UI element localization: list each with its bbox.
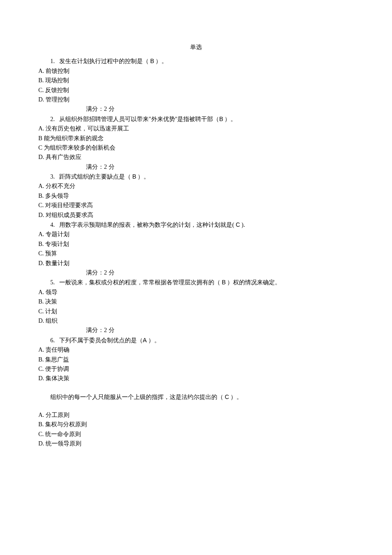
- answer: C: [236, 221, 240, 228]
- option-b: B. 决策: [38, 297, 354, 306]
- option-c: C. 便于协调: [38, 364, 354, 374]
- question-stem: 5. 一般说来，集权或分权的程度，常常根据各管理层次拥有的（ B ）权的情况来确…: [38, 278, 354, 287]
- score-line: 满分：2 分: [86, 326, 354, 335]
- option-d: D. 集体决策: [38, 374, 354, 383]
- option-d: D. 统一领导原则: [38, 439, 354, 448]
- option-a: A. 专题计划: [38, 230, 354, 239]
- question-stem: 2. 从组织外部招聘管理人员可以带来"外来优势"是指被聘干部（B ）。: [38, 114, 354, 124]
- answer: B: [133, 173, 136, 180]
- option-d: D. 对组织成员要求高: [38, 211, 354, 220]
- option-a: A. 分工原则: [38, 410, 354, 420]
- question-stem: 1. 发生在计划执行过程中的控制是（ B ）。: [38, 56, 354, 66]
- option-a: A. 前馈控制: [38, 66, 354, 76]
- option-d: D. 管理控制: [38, 95, 354, 104]
- option-d: D. 组织: [38, 316, 354, 326]
- question-3: 3. 距阵式组织的主要缺点是（ B ）。 A. 分权不充分 B. 多头领导 C.…: [38, 172, 354, 220]
- question-stem: 6. 下列不属于委员会制优点的是（A ）。: [38, 335, 354, 345]
- option-b: B. 现场控制: [38, 76, 354, 85]
- question-5: 5. 一般说来，集权或分权的程度，常常根据各管理层次拥有的（ B ）权的情况来确…: [38, 278, 354, 335]
- option-a: A. 没有历史包袱，可以迅速开展工: [38, 124, 354, 133]
- option-a: A. 责任明确: [38, 345, 354, 355]
- option-c: C. 对项目经理要求高: [38, 201, 354, 210]
- score-line: 满分：2 分: [86, 162, 354, 172]
- option-c: C 为组织带来较多的创新机会: [38, 143, 354, 153]
- option-c: C. 反馈控制: [38, 86, 354, 95]
- answer: B: [222, 279, 226, 286]
- option-b: B 能为组织带来新的观念: [38, 134, 354, 143]
- option-b: B. 专项计划: [38, 240, 354, 249]
- option-a: A. 分权不充分: [38, 182, 354, 191]
- answer: B: [150, 58, 154, 64]
- option-c: C. 计划: [38, 307, 354, 316]
- question-stem: 4. 用数字表示预期结果的报表，被称为数字化的计划，这种计划就是( C ).: [38, 220, 354, 230]
- option-d: D. 数量计划: [38, 259, 354, 268]
- option-b: B. 集思广益: [38, 355, 354, 364]
- option-d: D. 具有广告效应: [38, 153, 354, 162]
- question-4: 4. 用数字表示预期结果的报表，被称为数字化的计划，这种计划就是( C ). A…: [38, 220, 354, 278]
- option-b: B. 多头领导: [38, 191, 354, 201]
- question-6: 6. 下列不属于委员会制优点的是（A ）。 A. 责任明确 B. 集思广益 C.…: [38, 335, 354, 384]
- question-1: 1. 发生在计划执行过程中的控制是（ B ）。 A. 前馈控制 B. 现场控制 …: [38, 56, 354, 114]
- score-line: 满分：2 分: [86, 104, 354, 114]
- answer: B: [219, 116, 223, 122]
- page-title: 单选: [38, 43, 354, 52]
- option-c: C. 统一命令原则: [38, 430, 354, 439]
- question-stem: 组织中的每一个人只能服从一个上级的指挥，这是法约尔提出的（ C ）。: [38, 392, 354, 402]
- question-2: 2. 从组织外部招聘管理人员可以带来"外来优势"是指被聘干部（B ）。 A. 没…: [38, 114, 354, 172]
- answer: A: [143, 337, 147, 344]
- question-stem: 3. 距阵式组织的主要缺点是（ B ）。: [38, 172, 354, 182]
- answer: C: [225, 393, 229, 400]
- score-line: 满分：2 分: [86, 268, 354, 278]
- question-7: 组织中的每一个人只能服从一个上级的指挥，这是法约尔提出的（ C ）。 A. 分工…: [38, 392, 354, 449]
- option-a: A. 领导: [38, 288, 354, 297]
- option-c: C. 预算: [38, 249, 354, 258]
- option-b: B. 集权与分权原则: [38, 420, 354, 429]
